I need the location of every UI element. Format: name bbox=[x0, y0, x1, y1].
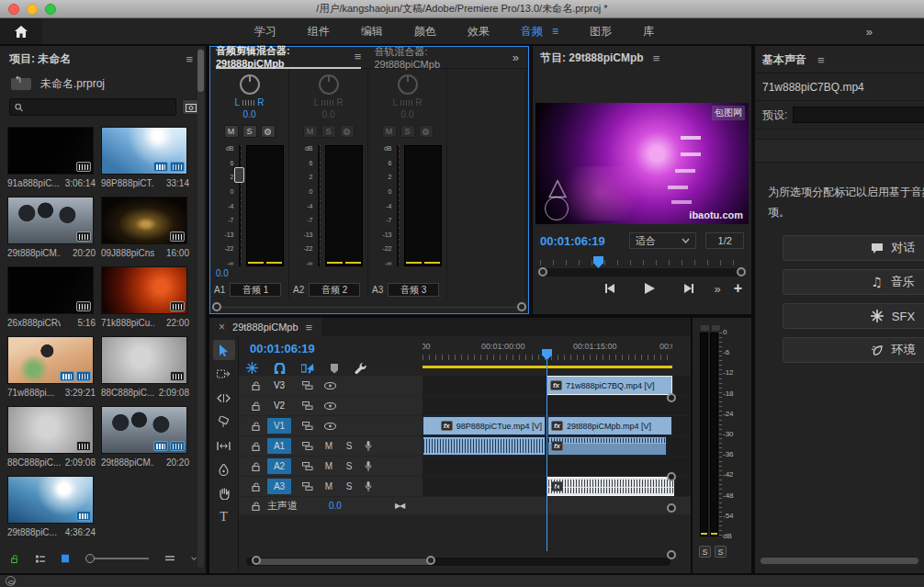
track-target-badge[interactable]: V2 bbox=[267, 398, 291, 413]
project-item[interactable]: 29t888piC...4:36:24 bbox=[7, 476, 96, 540]
track-v1-clips[interactable]: fx 98P888piCTue.mp4 [V] fx 29t888piCMpb.… bbox=[423, 416, 691, 435]
vertical-scroll-handle-top[interactable] bbox=[667, 472, 676, 481]
hand-tool[interactable] bbox=[213, 483, 235, 503]
workspace-tab-color[interactable]: 颜色 bbox=[414, 24, 436, 40]
track-name-button[interactable]: 音频 3 bbox=[388, 283, 439, 297]
project-item[interactable]: 29t888piCM...20:20 bbox=[7, 197, 96, 261]
timeline-audio-clip-a1-right[interactable]: fx bbox=[547, 436, 667, 456]
bowtie-keyframe-icon[interactable]: ▶◀ bbox=[395, 502, 404, 510]
vertical-scroll-handle-bottom[interactable] bbox=[667, 550, 676, 559]
mixer-overflow-button[interactable]: » bbox=[513, 51, 519, 64]
clip-thumbnail[interactable] bbox=[7, 266, 94, 314]
nested-sequence-icon[interactable] bbox=[246, 362, 258, 374]
play-button[interactable] bbox=[637, 280, 661, 297]
scrub-handle-right[interactable] bbox=[737, 267, 746, 277]
scroll-handle-right[interactable] bbox=[426, 556, 435, 565]
timeline-clip-v3[interactable]: fx 71w888piC7BQ.mp4 [V] bbox=[547, 376, 672, 395]
lock-icon[interactable] bbox=[252, 502, 260, 511]
minimize-window-button[interactable] bbox=[27, 4, 38, 15]
panel-menu-icon[interactable]: ≡ bbox=[306, 321, 313, 334]
panel-menu-icon[interactable]: ≡ bbox=[355, 50, 362, 63]
track-target-badge[interactable]: A2 bbox=[267, 458, 291, 474]
pan-value[interactable]: 0.0 bbox=[401, 109, 414, 119]
volume-fader[interactable] bbox=[236, 145, 243, 266]
program-scrubber[interactable] bbox=[540, 260, 744, 277]
track-visibility-eye-icon[interactable] bbox=[324, 382, 336, 389]
sort-icon[interactable] bbox=[165, 555, 175, 562]
search-field[interactable] bbox=[27, 102, 171, 113]
meter-solo-right-button[interactable]: S bbox=[715, 546, 727, 558]
clip-thumbnail[interactable] bbox=[7, 197, 94, 244]
list-view-icon[interactable] bbox=[36, 554, 45, 564]
timeline-horizontal-scrollbar[interactable] bbox=[246, 558, 670, 566]
track-header-v2[interactable]: V2 bbox=[239, 396, 423, 415]
lock-icon[interactable] bbox=[252, 422, 260, 431]
ambience-tag-button[interactable]: 环境 bbox=[783, 337, 924, 363]
solo-button[interactable]: S bbox=[400, 125, 415, 138]
sync-lock-icon[interactable] bbox=[302, 442, 313, 450]
mic-icon[interactable] bbox=[365, 481, 372, 491]
ripple-edit-tool[interactable] bbox=[213, 388, 235, 408]
keyframe-toggle-button[interactable] bbox=[340, 125, 355, 138]
track-header-a1[interactable]: A1 M S bbox=[239, 436, 423, 456]
track-solo-button[interactable]: S bbox=[344, 461, 354, 471]
lock-icon[interactable] bbox=[252, 482, 260, 491]
music-tag-button[interactable]: ♫ 音乐 bbox=[783, 269, 924, 295]
track-target-badge[interactable]: V3 bbox=[267, 378, 291, 393]
track-header-v3[interactable]: V3 bbox=[239, 376, 423, 395]
track-target-badge[interactable]: A1 bbox=[267, 438, 291, 454]
track-target-badge[interactable]: V1 bbox=[267, 418, 291, 434]
track-name-button[interactable]: 音频 1 bbox=[230, 283, 281, 297]
project-bin-row[interactable]: 未命名.prproj bbox=[0, 71, 206, 94]
scrub-handle-left[interactable] bbox=[538, 267, 547, 277]
timeline-playhead[interactable] bbox=[547, 349, 547, 551]
clip-thumbnail[interactable] bbox=[7, 336, 94, 384]
mic-icon[interactable] bbox=[365, 461, 372, 471]
snap-magnet-icon[interactable] bbox=[274, 363, 286, 374]
timeline-tab[interactable]: × 29t888piCMpb ≡ bbox=[209, 318, 321, 336]
pen-tool[interactable] bbox=[213, 459, 235, 480]
track-header-v1[interactable]: V1 bbox=[239, 416, 423, 435]
pan-value[interactable]: 0.0 bbox=[243, 109, 256, 119]
workspace-tab-learn[interactable]: 学习 bbox=[254, 24, 276, 40]
panel-menu-icon[interactable]: ≡ bbox=[817, 53, 825, 67]
selection-tool[interactable] bbox=[213, 340, 235, 360]
pan-knob[interactable] bbox=[398, 74, 418, 95]
keyframe-toggle-button[interactable] bbox=[261, 125, 276, 138]
project-scrollbar[interactable] bbox=[197, 48, 204, 568]
icon-view-icon[interactable] bbox=[62, 553, 70, 564]
master-track-header[interactable]: 主声道 0.0 ▶◀ bbox=[239, 497, 691, 514]
track-header-a3[interactable]: A3 M S bbox=[239, 477, 423, 496]
thumbnail-zoom-slider[interactable] bbox=[85, 558, 148, 559]
close-window-button[interactable] bbox=[8, 4, 19, 15]
mixer-scrollbar[interactable] bbox=[210, 300, 528, 313]
chevron-down-icon[interactable] bbox=[191, 556, 197, 561]
mic-icon[interactable] bbox=[365, 441, 372, 451]
scroll-handle-left[interactable] bbox=[252, 556, 261, 565]
linked-selection-icon[interactable] bbox=[301, 363, 314, 374]
volume-fader[interactable] bbox=[315, 145, 322, 266]
clip-thumbnail[interactable] bbox=[7, 406, 94, 454]
program-video-frame[interactable]: △ 包图网 ibaotu.com bbox=[535, 103, 749, 224]
scrubber-track[interactable] bbox=[540, 268, 744, 277]
clip-thumbnail[interactable] bbox=[7, 476, 94, 524]
timeline-timecode[interactable]: 00:01:06:19 bbox=[250, 342, 315, 356]
add-button[interactable]: + bbox=[734, 280, 742, 297]
project-writable-icon[interactable] bbox=[11, 553, 19, 565]
program-playhead[interactable] bbox=[593, 256, 603, 268]
timeline-audio-clip-a1-left[interactable] bbox=[423, 436, 546, 456]
workspace-overflow-button[interactable]: » bbox=[866, 25, 873, 39]
mute-button[interactable]: M bbox=[224, 125, 239, 138]
track-select-forward-tool[interactable] bbox=[213, 364, 235, 384]
track-visibility-eye-icon[interactable] bbox=[324, 402, 336, 410]
track-mute-button[interactable]: M bbox=[324, 441, 333, 451]
tab-audio-track-mixer[interactable]: 音轨混合器: 29t888piCMpb bbox=[374, 47, 486, 69]
track-solo-button[interactable]: S bbox=[344, 441, 354, 451]
track-target-badge[interactable]: A3 bbox=[267, 479, 291, 494]
project-item[interactable]: 88C888piC...2:09:08 bbox=[7, 406, 96, 470]
pan-knob[interactable] bbox=[319, 74, 339, 95]
fader-value[interactable]: 0.0 bbox=[216, 268, 229, 281]
track-v2-clips[interactable] bbox=[423, 396, 691, 415]
transport-overflow-button[interactable]: » bbox=[714, 282, 720, 296]
zoom-level-select[interactable]: 适合 bbox=[629, 232, 697, 249]
